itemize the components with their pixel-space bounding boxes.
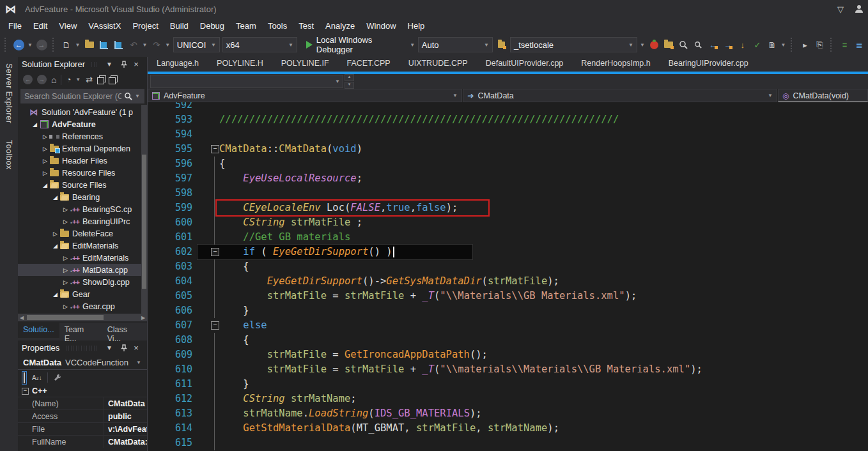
line-number[interactable]: 608 (148, 333, 198, 348)
navigate-forward-button[interactable]: → (36, 38, 48, 51)
code-text[interactable]: EyeUseLocalResource; (219, 171, 868, 186)
line-number[interactable]: 593 (148, 112, 198, 127)
property-value[interactable]: CMatData (104, 397, 147, 409)
alphabetical-sort-button[interactable]: Az↓ (32, 374, 42, 381)
property-row-fullname[interactable]: FullNameCMatData::CMat (18, 435, 147, 448)
code-line-605[interactable]: 605 strMatFile = strMatFile + _T("\\Mate… (148, 289, 868, 303)
code-line-612[interactable]: 612 CString strMatName; (148, 392, 868, 406)
se-forward-button[interactable]: → (37, 75, 47, 84)
code-line-603[interactable]: 603 { (148, 259, 868, 274)
code-text[interactable] (219, 436, 868, 450)
tree-item-header-files[interactable]: ▷Header Files (18, 155, 147, 167)
code-text[interactable] (219, 102, 868, 112)
nav-member-combo[interactable]: ◎ CMatData(void) (778, 89, 868, 102)
code-text[interactable]: ////////////////////////////////////////… (219, 112, 868, 127)
dock-tab-classvi[interactable]: Class Vi... (102, 323, 147, 338)
menu-item-tools[interactable]: Tools (262, 19, 293, 33)
line-number[interactable]: 611 (148, 377, 198, 392)
tree-expander[interactable]: ▷ (41, 146, 49, 152)
tree-item-gear[interactable]: ◢Gear (18, 288, 147, 300)
line-number[interactable]: 600 (148, 215, 198, 230)
code-text[interactable]: if ( EyeGetDirSupport() ) (219, 245, 868, 259)
property-pages-wrench-icon[interactable] (53, 373, 62, 382)
code-text[interactable]: strMatFile = strMatFile + _T("\\material… (219, 362, 868, 377)
code-text[interactable] (219, 186, 868, 201)
filter-dropdown[interactable]: ▼ (75, 77, 81, 82)
menu-item-debug[interactable]: Debug (194, 19, 230, 33)
feedback-filter-icon[interactable]: ▽ (837, 4, 844, 14)
property-value[interactable]: public (104, 410, 147, 422)
tree-expander[interactable]: ▷ (61, 218, 70, 225)
code-line-600[interactable]: 600 CString strMatFile ; (148, 215, 868, 230)
code-line-615[interactable]: 615 (148, 436, 868, 450)
paste-button[interactable]: ⎘ (814, 38, 826, 51)
solution-search-box[interactable]: Search Solution Explorer (C ▼ (20, 89, 144, 103)
navigate-back-dropdown[interactable]: ▼ (27, 42, 33, 48)
code-text[interactable]: CEyeLocaleEnv Loc(FALSE,true,false); (219, 201, 868, 215)
outline-margin[interactable]: − (198, 245, 219, 259)
nav-project-combo[interactable]: AdvFeature ▼ (148, 89, 462, 102)
document-tab[interactable]: RenderHoopsImp.h (572, 57, 659, 72)
document-tab[interactable]: FACET.CPP (338, 57, 399, 72)
code-text[interactable]: strMatFile = strMatFile + _T("\\Material… (219, 289, 868, 303)
va-tomato-icon[interactable] (648, 38, 660, 51)
panel-menu-dropdown-icon[interactable]: ▼ (105, 61, 114, 68)
undo-button[interactable]: ↶ (127, 38, 139, 51)
code-line-602[interactable]: 602− if ( EyeGetDirSupport() ) (148, 245, 868, 259)
tree-item-source-files[interactable]: ◢Source Files (18, 179, 147, 191)
va-overflow-dropdown[interactable]: ▼ (780, 42, 786, 48)
code-line-607[interactable]: 607− else (148, 318, 868, 333)
property-row-access[interactable]: Accesspublic (18, 409, 147, 422)
menu-item-project[interactable]: Project (127, 19, 164, 33)
block-selection-button[interactable]: ▸ (799, 38, 811, 51)
redo-dropdown[interactable]: ▼ (165, 42, 171, 48)
save-all-button[interactable] (112, 38, 125, 51)
line-number[interactable]: 592 (148, 102, 198, 112)
tree-expander[interactable]: ▷ (51, 231, 59, 237)
tree-horizontal-scrollbar[interactable]: ◀ ▶ (18, 314, 147, 321)
categorized-view-button[interactable] (22, 371, 27, 385)
document-tab[interactable]: Language.h (148, 57, 208, 72)
hscroll-left-arrow[interactable]: ◀ (18, 315, 26, 321)
code-line-613[interactable]: 613 strMatName.LoadString(IDS_GB_MATERIA… (148, 406, 868, 421)
va-spinner[interactable]: ▲▼ (345, 74, 354, 89)
menu-item-help[interactable]: Help (402, 19, 431, 33)
tree-vertical-scrollbar[interactable] (141, 105, 147, 314)
se-back-button[interactable]: ← (23, 75, 33, 84)
line-number[interactable]: 612 (148, 392, 198, 406)
tree-item-external-dependen[interactable]: ▷External Dependen (18, 142, 147, 155)
navigate-back-button[interactable]: ← (13, 38, 25, 51)
line-number[interactable]: 609 (148, 348, 198, 362)
code-line-614[interactable]: 614 GetStdMaterialData(MT_GBMAT, strMatF… (148, 421, 868, 436)
menu-item-test[interactable]: Test (293, 19, 320, 33)
tree-item-editmaterials[interactable]: ▷++EditMaterials (18, 252, 147, 264)
menu-item-vassistx[interactable]: VAssistX (82, 19, 127, 33)
tree-expander[interactable]: ▷ (61, 279, 70, 286)
code-line-599[interactable]: 599 CEyeLocaleEnv Loc(FALSE,true,false); (148, 201, 868, 215)
code-text[interactable] (219, 127, 868, 142)
line-number[interactable]: 613 (148, 406, 198, 421)
pin-icon[interactable] (120, 61, 128, 68)
line-number[interactable]: 601 (148, 230, 198, 245)
line-number[interactable]: 607 (148, 318, 198, 333)
tree-item-gear-cpp[interactable]: ▷++Gear.cpp (18, 300, 147, 312)
line-number[interactable]: 604 (148, 274, 198, 289)
code-text[interactable]: else (219, 318, 868, 333)
start-debug-button[interactable]: Local Windows Debugger ▼ (306, 35, 415, 54)
save-button[interactable] (98, 38, 110, 51)
tree-item-resource-files[interactable]: ▷Resource Files (18, 167, 147, 179)
tree-expander[interactable]: ▷ (61, 303, 70, 310)
find-symbol-icon[interactable] (495, 38, 508, 51)
code-text[interactable]: CString strMatName; (219, 392, 868, 406)
tree-item-bearinguiprc[interactable]: ▷++BearingUIPrc (18, 215, 147, 227)
tree-expander[interactable]: ▷ (61, 267, 70, 273)
va-find-symbol-button[interactable] (692, 38, 704, 51)
tree-item-matdata-cpp[interactable]: ▷++MatData.cpp (18, 264, 147, 276)
search-dropdown[interactable]: ▼ (135, 93, 141, 99)
document-tab[interactable]: UIXTRUDE.CPP (399, 57, 477, 72)
va-context-combo[interactable]: ▼ (150, 75, 343, 88)
va-nav-forward-button[interactable]: → (722, 38, 734, 51)
code-text[interactable]: } (219, 303, 868, 318)
tree-expander[interactable]: ▷ (41, 158, 49, 164)
line-number[interactable]: 602 (148, 245, 198, 259)
